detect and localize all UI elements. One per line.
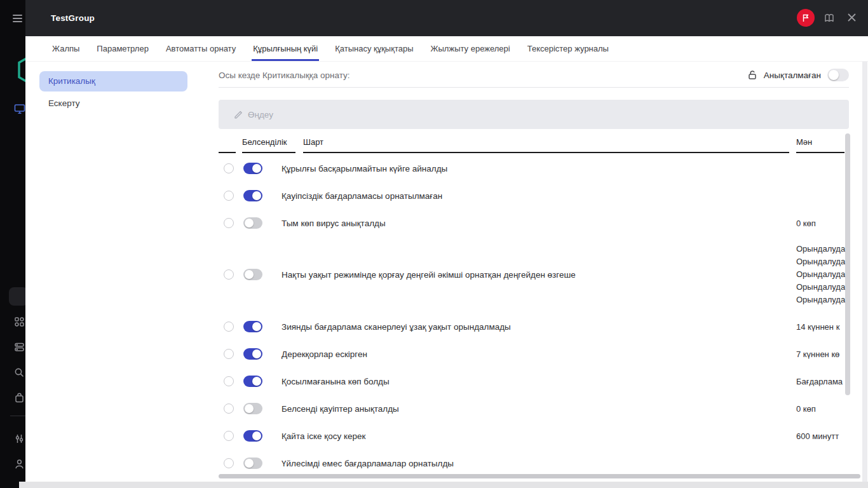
row-value: 0 көп [796,403,845,413]
lock-status-label: Анықталмаған [764,71,821,80]
sidebar-footer [0,482,19,488]
row-activity-toggle[interactable] [243,321,262,332]
row-value-line: Орындалуда [796,281,845,294]
monitor-icon[interactable] [14,104,25,114]
search-icon[interactable] [14,367,25,378]
row-activity-toggle[interactable] [243,430,262,442]
column-header-activity: Белсенділік [242,137,287,147]
bag-icon[interactable] [14,393,25,403]
column-header-condition: Шарт [303,137,323,147]
header-underline [303,152,789,153]
page-vertical-scrollbar[interactable] [862,62,867,482]
row-value-line: Орындалуда [796,255,845,268]
enforcement-control: Анықталмаған [747,69,849,81]
tab-3[interactable]: Құрылғының күйі [253,36,318,61]
row-condition-label: Үйлесімді емес бағдарламалар орнатылды [281,458,454,468]
table-vertical-scrollbar[interactable] [845,133,850,395]
conditions-table-body: Құрылғы басқарылмайтын күйге айналдыҚауі… [219,154,845,477]
table-toolbar: Өңдеу [219,100,849,129]
header-underline [242,152,295,153]
set-condition-label: Осы кезде Критикалыққа орнату: [219,71,350,80]
table-row: Тым көп вирус анықталды0 көп [219,209,845,236]
apps-icon[interactable] [14,316,25,327]
pencil-icon [234,110,243,119]
table-row: Зиянды бағдарлама сканерлеуі ұзақ уақыт … [219,313,845,340]
user-icon[interactable] [14,459,25,470]
table-row: Нақты уақыт режимінде қорғау деңгейі әкі… [219,236,845,313]
row-value-line: Орындалуда [796,243,845,255]
window-title: TestGroup [51,0,95,36]
row-condition-label: Қосылмағанына көп болды [281,376,390,386]
row-radio[interactable] [224,269,234,280]
row-radio[interactable] [224,458,234,468]
sliders-icon[interactable] [14,433,25,444]
window-header: TestGroup [25,0,868,36]
flag-badge-icon[interactable] [797,9,815,27]
row-condition-label: Белсенді қауіптер анықталды [281,403,399,413]
row-condition-label: Нақты уақыт режимінде қорғау деңгейі әкі… [281,270,576,280]
tab-0[interactable]: Жалпы [52,36,79,61]
header-underline [219,152,236,153]
row-activity-toggle[interactable] [243,269,262,280]
row-condition-label: Дерекқорлар ескірген [281,349,367,358]
row-value: Бағдарлама [796,376,845,386]
row-radio[interactable] [224,403,234,414]
unlock-icon[interactable] [747,70,757,80]
table-row: Құрылғы басқарылмайтын күйге айналды [219,154,845,182]
row-value-line: Орындалуда [796,268,845,281]
row-radio[interactable] [224,376,234,386]
row-radio[interactable] [224,218,234,228]
tab-1[interactable]: Параметрлер [97,36,149,61]
row-activity-toggle[interactable] [243,163,262,174]
table-row: Белсенді қауіптер анықталды0 көп [219,395,845,422]
table-row: Дерекқорлар ескірген7 күннен кө [219,340,845,367]
row-condition-label: Тым көп вирус анықталды [281,218,386,227]
header-underline [796,152,844,153]
section-divider [219,87,849,88]
row-condition-label: Зиянды бағдарлама сканерлеуі ұзақ уақыт … [281,322,511,331]
row-value: 7 күннен кө [796,349,845,358]
row-activity-toggle[interactable] [243,403,262,414]
severity-nav: КритикалықЕскерту [39,71,187,112]
enforcement-toggle[interactable] [827,69,849,81]
row-value: 0 көп [796,218,845,227]
column-header-value: Мән [796,137,812,147]
sidebar-active-item[interactable] [9,287,25,306]
row-value: 14 күннен к [796,322,845,331]
tab-5[interactable]: Жылжыту ережелері [431,36,510,61]
row-activity-toggle[interactable] [243,376,262,387]
row-activity-toggle[interactable] [243,348,262,360]
menu-icon[interactable] [13,15,22,22]
row-condition-label: Қауіпсіздік бағдарламасы орнатылмаған [281,191,442,200]
group-properties-window: TestGroup ЖалпыПараметрлерАвтоматты орна… [25,0,868,482]
row-radio[interactable] [224,349,234,359]
screen: TestGroup ЖалпыПараметрлерАвтоматты орна… [0,0,868,488]
row-radio[interactable] [224,322,234,332]
severity-nav-item-0[interactable]: Критикалық [39,71,187,92]
tab-4[interactable]: Қатынасу құқықтары [335,36,413,61]
tab-bar: ЖалпыПараметрлерАвтоматты орнатуҚұрылғын… [25,36,868,62]
edit-button[interactable]: Өңдеу [219,100,273,129]
row-activity-toggle[interactable] [243,190,262,201]
table-row: Қосылмағанына көп болдыБағдарлама [219,367,845,395]
servers-icon[interactable] [14,342,25,353]
logo-hexagon-icon [17,53,25,85]
table-row: Үйлесімді емес бағдарламалар орнатылды [219,449,845,477]
row-radio[interactable] [224,431,234,441]
row-condition-label: Құрылғы басқарылмайтын күйге айналды [281,163,447,173]
row-radio[interactable] [224,191,234,201]
row-radio[interactable] [224,163,234,173]
row-value: ОрындалудаОрындалудаОрындалудаОрындалуда… [796,243,845,306]
app-sidebar [0,0,25,482]
sidebar-divider [10,416,25,416]
row-condition-label: Қайта іске қосу керек [281,431,365,440]
tab-6[interactable]: Тексерістер журналы [527,36,609,61]
book-icon[interactable] [824,13,835,23]
severity-nav-item-1[interactable]: Ескерту [39,95,187,112]
table-horizontal-scrollbar[interactable] [219,474,860,478]
tab-2[interactable]: Автоматты орнату [166,36,236,61]
close-icon[interactable] [847,13,857,22]
row-value: 600 минутт [796,431,845,440]
row-activity-toggle[interactable] [243,458,262,469]
row-activity-toggle[interactable] [243,217,262,229]
